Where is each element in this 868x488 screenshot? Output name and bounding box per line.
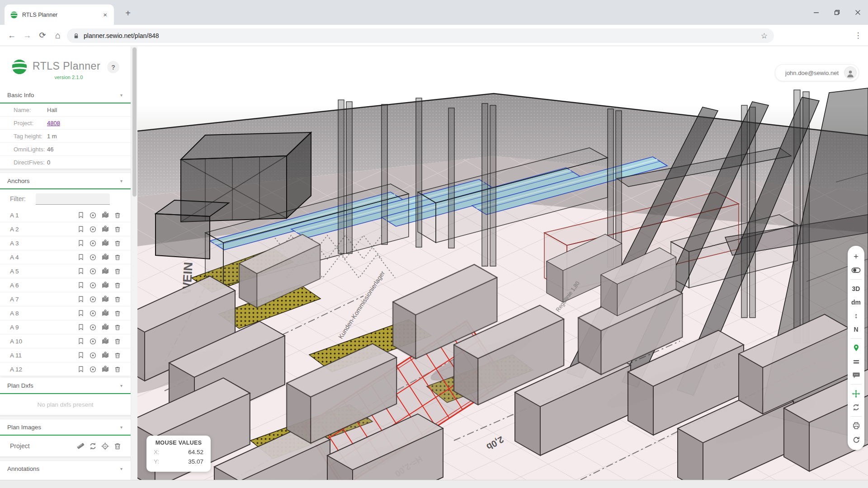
sidebar-scrollbar[interactable] (131, 47, 137, 480)
target-icon[interactable] (89, 239, 97, 248)
section-basic-info[interactable]: Basic Info ▾ (0, 87, 131, 103)
chevron-down-icon: ▾ (120, 383, 123, 388)
trash-icon[interactable] (113, 225, 122, 234)
trash-icon[interactable] (113, 442, 122, 450)
target-icon[interactable] (89, 281, 97, 290)
window-minimize-icon[interactable] (806, 0, 826, 25)
reload-icon[interactable]: ⟳ (35, 28, 50, 42)
trash-icon[interactable] (113, 267, 122, 276)
anchor-row: A 10 (0, 334, 131, 348)
move-mode-button[interactable] (848, 387, 864, 400)
print-button[interactable] (848, 419, 864, 432)
trash-icon[interactable] (113, 309, 122, 318)
address-bar[interactable]: planner.sewio.net/plan/848 ☆ (67, 28, 774, 43)
bookmark-icon[interactable] (76, 211, 85, 220)
target-icon[interactable] (89, 337, 97, 346)
browser-menu-icon[interactable]: ⋮ (852, 31, 864, 40)
target-icon[interactable] (89, 365, 97, 374)
units-dm-button[interactable]: dm (848, 296, 864, 309)
north-button[interactable]: N (848, 323, 864, 336)
target-icon[interactable] (89, 211, 97, 220)
target-icon[interactable] (89, 323, 97, 332)
center-crosshair-icon[interactable] (101, 442, 109, 450)
warehouse-3d-scene[interactable]: WEIN Kunden-Kommissionierlager RMA H=-2,… (137, 47, 868, 480)
project-link[interactable]: 4808 (47, 120, 60, 127)
user-account-badge[interactable]: john.doe@sewio.net (775, 64, 859, 81)
map-pin-icon[interactable] (101, 295, 109, 304)
refresh-icon[interactable] (89, 442, 97, 450)
back-icon[interactable]: ← (5, 28, 19, 42)
trash-icon[interactable] (113, 253, 122, 262)
measure-ruler-icon[interactable] (76, 442, 85, 450)
list-bars-button[interactable] (848, 355, 864, 368)
section-plan-images[interactable]: Plan Images ▾ (0, 419, 131, 436)
map-pin-icon[interactable] (101, 323, 109, 332)
target-icon[interactable] (89, 253, 97, 262)
window-close-icon[interactable] (847, 0, 868, 25)
layers-toggle-button[interactable] (848, 263, 864, 277)
zoom-in-button[interactable]: + (848, 250, 864, 263)
target-icon[interactable] (89, 267, 97, 276)
bookmark-icon[interactable] (76, 351, 85, 360)
height-arrows-button[interactable]: ↕ (848, 309, 864, 323)
section-annotations[interactable]: Annotations ▾ (0, 461, 131, 476)
redo-button[interactable] (848, 432, 864, 446)
browser-tab[interactable]: RTLS Planner × (5, 5, 114, 25)
plan-3d-viewport[interactable]: WEIN Kunden-Kommissionierlager RMA H=-2,… (137, 47, 868, 480)
map-pin-icon[interactable] (101, 267, 109, 276)
map-pin-icon[interactable] (101, 225, 109, 234)
map-pin-icon[interactable] (101, 365, 109, 374)
trash-icon[interactable] (113, 337, 122, 346)
view-3d-button[interactable]: 3D (848, 282, 864, 296)
anchor-row: A 12 (0, 362, 131, 376)
trash-icon[interactable] (113, 281, 122, 290)
home-icon[interactable]: ⌂ (51, 28, 65, 42)
bookmark-icon[interactable] (76, 281, 85, 290)
new-tab-button[interactable]: + (121, 6, 135, 20)
refresh-view-button[interactable] (848, 400, 864, 414)
forward-icon[interactable]: → (20, 28, 34, 42)
comments-button[interactable] (848, 368, 864, 382)
trash-icon[interactable] (113, 239, 122, 248)
page-bottom-scrollbar[interactable] (0, 480, 868, 488)
map-pin-icon[interactable] (101, 309, 109, 318)
trash-icon[interactable] (113, 211, 122, 220)
bookmark-icon[interactable] (76, 337, 85, 346)
target-icon[interactable] (89, 351, 97, 360)
map-pin-icon[interactable] (101, 253, 109, 262)
bookmark-icon[interactable] (76, 253, 85, 262)
bookmark-icon[interactable] (76, 323, 85, 332)
anchor-row-label: A 8 (10, 310, 73, 317)
bookmark-icon[interactable] (76, 365, 85, 374)
url-text[interactable]: planner.sewio.net/plan/848 (84, 32, 761, 39)
bookmark-icon[interactable] (76, 267, 85, 276)
avatar-icon[interactable] (844, 66, 857, 79)
bookmark-icon[interactable] (76, 295, 85, 304)
section-anchors[interactable]: Anchors ▾ (0, 173, 131, 189)
location-pin-button[interactable] (848, 341, 864, 355)
help-button[interactable]: ? (107, 61, 119, 73)
tab-close-icon[interactable]: × (102, 11, 108, 19)
filter-input[interactable] (36, 193, 110, 205)
bookmark-icon[interactable] (76, 239, 85, 248)
trash-icon[interactable] (113, 351, 122, 360)
section-plan-dxfs[interactable]: Plan Dxfs ▾ (0, 378, 131, 394)
bookmark-icon[interactable] (76, 225, 85, 234)
map-pin-icon[interactable] (101, 239, 109, 248)
window-restore-icon[interactable] (826, 0, 847, 25)
plan-image-project-row: Project (0, 436, 131, 456)
target-icon[interactable] (89, 295, 97, 304)
sewio-logo-icon (11, 58, 28, 77)
target-icon[interactable] (89, 225, 97, 234)
map-pin-icon[interactable] (101, 211, 109, 220)
bookmark-icon[interactable] (76, 309, 85, 318)
trash-icon[interactable] (113, 295, 122, 304)
trash-icon[interactable] (113, 365, 122, 374)
trash-icon[interactable] (113, 323, 122, 332)
map-pin-icon[interactable] (101, 351, 109, 360)
scrollbar-thumb[interactable] (132, 47, 137, 197)
map-pin-icon[interactable] (101, 281, 109, 290)
target-icon[interactable] (89, 309, 97, 318)
map-pin-icon[interactable] (101, 337, 109, 346)
bookmark-star-icon[interactable]: ☆ (761, 31, 768, 41)
